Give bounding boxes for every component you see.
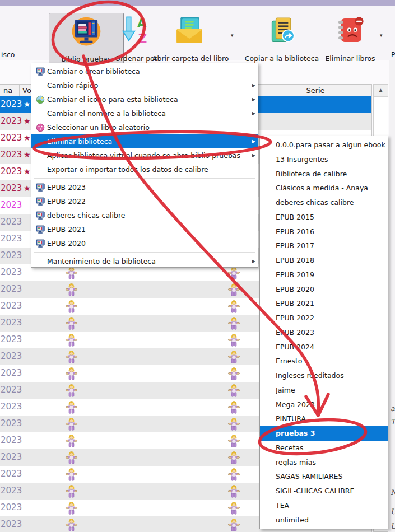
cell-year: 2023 bbox=[1, 368, 22, 378]
menu-item-cambiar-el-nombre-a-la-biblioteca[interactable]: Cambiar el nombre a la biblioteca▶ bbox=[31, 106, 258, 120]
column-header-serie[interactable]: Serie bbox=[261, 86, 370, 95]
girl-icon bbox=[227, 400, 240, 414]
menu-item-icon-box bbox=[36, 81, 47, 90]
submenu-item-13-insurgentes[interactable]: 13 Insurgentes bbox=[260, 152, 388, 167]
cell-year: 2023 bbox=[1, 435, 22, 445]
menu-item-icon-box bbox=[36, 239, 47, 248]
submenu-item-cl-sicos-a-medida-anaya[interactable]: Clásicos a medida - Anaya bbox=[260, 181, 388, 195]
toolbar-button-save-to-disk-partial[interactable]: isco bbox=[1, 50, 15, 59]
delete-books-icon bbox=[335, 15, 365, 45]
chevron-down-icon[interactable]: ▾ bbox=[380, 32, 383, 38]
girl-icon bbox=[227, 316, 240, 330]
girl-icon bbox=[65, 300, 78, 313]
menu-item-icon-box bbox=[36, 225, 47, 234]
girl-icon bbox=[227, 400, 240, 414]
girl-icon bbox=[65, 518, 78, 531]
submenu-item-epub-2015[interactable]: EPUB 2015 bbox=[260, 210, 388, 225]
submenu-item-sigil-chicas-calibre[interactable]: SIGIL-CHICAS CALIBRE bbox=[260, 484, 388, 498]
cell-year: 2023 bbox=[1, 234, 22, 244]
background-text-fragment: U bbox=[391, 507, 395, 516]
submenu-item-tea[interactable]: TEA bbox=[260, 498, 388, 513]
menu-item-seleccionar-un-libro-aleatorio[interactable]: Seleccionar un libro aleatorio bbox=[31, 120, 258, 134]
menu-item-epub-2021[interactable]: EPUB 2021 bbox=[31, 222, 258, 236]
submenu-item-epub-2024[interactable]: EPUB 2024 bbox=[260, 340, 388, 354]
sort-az-icon bbox=[121, 15, 151, 45]
menu-item-epub-2022[interactable]: EPUB 2022 bbox=[31, 194, 258, 208]
menu-item-icon-box bbox=[36, 137, 47, 146]
menu-item-label: Seleccionar un libro aleatorio bbox=[47, 123, 255, 132]
girl-icon bbox=[65, 434, 78, 447]
girl-icon bbox=[227, 384, 240, 397]
girl-icon bbox=[227, 367, 240, 380]
submenu-item-epub-2016[interactable]: EPUB 2016 bbox=[260, 225, 388, 239]
column-header-rating-partial[interactable]: Vo bbox=[22, 86, 31, 95]
girl-icon bbox=[227, 501, 240, 515]
cell-year: 2023 bbox=[1, 116, 22, 126]
submenu-item-sagas-familiares[interactable]: SAGAS FAMILIARES bbox=[260, 469, 388, 484]
rating-star-icon: ★ bbox=[24, 133, 31, 142]
girl-icon bbox=[65, 350, 78, 363]
submenu-item-deberes-chicas-calibre[interactable]: deberes chicas calibre bbox=[260, 195, 388, 210]
submenu-item-epub-2022[interactable]: EPUB 2022 bbox=[260, 311, 388, 325]
menu-item-epub-2023[interactable]: EPUB 2023 bbox=[31, 180, 258, 194]
menu-item-label: Cambiar el icono para esta biblioteca bbox=[47, 95, 248, 104]
menu-item-deberes-chicas-calibre[interactable]: deberes chicas calibre bbox=[31, 208, 258, 222]
submenu-item-epub-2023[interactable]: EPUB 2023 bbox=[260, 325, 388, 340]
menu-item-icon-box bbox=[36, 197, 47, 206]
girl-icon bbox=[227, 417, 240, 431]
submenu-arrow-icon: ▶ bbox=[248, 111, 255, 116]
menu-item-label: Cambiar o crear biblioteca bbox=[47, 67, 255, 76]
submenu-item-recetas[interactable]: Recetas bbox=[260, 441, 388, 455]
submenu-item-pintura[interactable]: PINTURA bbox=[260, 412, 388, 426]
submenu-item-pruebas-3[interactable]: pruebas 3 bbox=[260, 426, 388, 441]
menu-item-label: EPUB 2020 bbox=[47, 239, 255, 248]
submenu-item-epub-2020[interactable]: EPUB 2020 bbox=[260, 282, 388, 297]
submenu-item-biblioteca-de-calibre[interactable]: Biblioteca de calibre bbox=[260, 167, 388, 181]
toolbar-button-right-partial[interactable]: P bbox=[391, 50, 395, 59]
cell-year: 2023 bbox=[1, 385, 22, 395]
menu-item-exportar-o-importar-todos-los-datos-de-calibre[interactable]: Exportar o importar todos los datos de c… bbox=[31, 162, 258, 176]
submenu-item-reglas-mias[interactable]: reglas mias bbox=[260, 455, 388, 470]
submenu-item-mega-2023[interactable]: Mega 2023 bbox=[260, 398, 388, 412]
cell-year: 2023 bbox=[1, 452, 22, 462]
background-text-fragment: N bbox=[391, 488, 395, 497]
rating-star-icon: ★ bbox=[24, 116, 31, 125]
girl-icon bbox=[65, 283, 78, 296]
submenu-item-epub-2019[interactable]: EPUB 2019 bbox=[260, 268, 388, 282]
menu-item-cambiar-o-crear-biblioteca[interactable]: Cambiar o crear biblioteca bbox=[31, 64, 258, 78]
girl-icon bbox=[65, 484, 78, 498]
toolbar-button-copy-to-library[interactable]: Copiar a la biblioteca bbox=[244, 13, 320, 65]
submenu-item-epub-2021[interactable]: EPUB 2021 bbox=[260, 296, 388, 311]
submenu-item-jaime[interactable]: Jaime bbox=[260, 383, 388, 398]
chevron-down-icon[interactable]: ▾ bbox=[231, 32, 234, 38]
cell-year: 2023 bbox=[1, 150, 22, 160]
toolbar-button-open-book-folder[interactable]: Abrir carpeta del libro bbox=[152, 13, 226, 65]
girl-icon bbox=[65, 501, 78, 515]
background-text-fragment: T bbox=[391, 418, 395, 426]
rating-star-icon: ★ bbox=[24, 100, 31, 109]
toolbar-button-delete-books[interactable]: Eliminar libros bbox=[323, 13, 378, 65]
submenu-item-epub-2018[interactable]: EPUB 2018 bbox=[260, 253, 388, 268]
girl-icon bbox=[227, 451, 240, 464]
girl-icon bbox=[65, 518, 78, 531]
girl-icon bbox=[65, 300, 78, 313]
submenu-item-ingleses-reeditados[interactable]: Ingleses reeditados bbox=[260, 368, 388, 383]
menu-item-aplicar-biblioteca-virtual-cuando-se-abre-biblio-pruebas[interactable]: Aplicar biblioteca virtual cuando se abr… bbox=[31, 148, 258, 162]
submenu-item-epub-2017[interactable]: EPUB 2017 bbox=[260, 239, 388, 253]
submenu-item-ernesto[interactable]: Ernesto bbox=[260, 354, 388, 368]
menu-item-cambiar-el-icono-para-esta-biblioteca[interactable]: Cambiar el icono para esta biblioteca▶ bbox=[31, 92, 258, 106]
cell-year: 2023 bbox=[1, 284, 22, 294]
submenu-item-0-0-0-para-pasar-a-algun-ebook[interactable]: 0.0.0.para pasar a algun ebook bbox=[260, 138, 388, 152]
girl-icon bbox=[227, 501, 240, 515]
menu-item-eliminar-biblioteca[interactable]: Eliminar biblioteca▶ bbox=[31, 134, 258, 148]
column-header-date-partial[interactable]: na bbox=[3, 86, 12, 95]
submenu-item-unlimited[interactable]: unlimited bbox=[260, 513, 388, 528]
menu-item-epub-2020[interactable]: EPUB 2020 bbox=[31, 236, 258, 250]
delete-library-submenu: 0.0.0.para pasar a algun ebook13 Insurge… bbox=[259, 136, 388, 529]
rating-star-icon: ★ bbox=[24, 167, 31, 176]
menu-item-cambio-r-pido[interactable]: Cambio rápido▶ bbox=[31, 78, 258, 92]
copy-to-library-icon bbox=[266, 15, 298, 46]
scroll-up-icon[interactable]: ▲ bbox=[374, 85, 388, 97]
menu-item-mantenimiento-de-la-biblioteca[interactable]: Mantenimiento de la biblioteca▶ bbox=[31, 254, 258, 268]
girl-icon bbox=[227, 283, 240, 296]
